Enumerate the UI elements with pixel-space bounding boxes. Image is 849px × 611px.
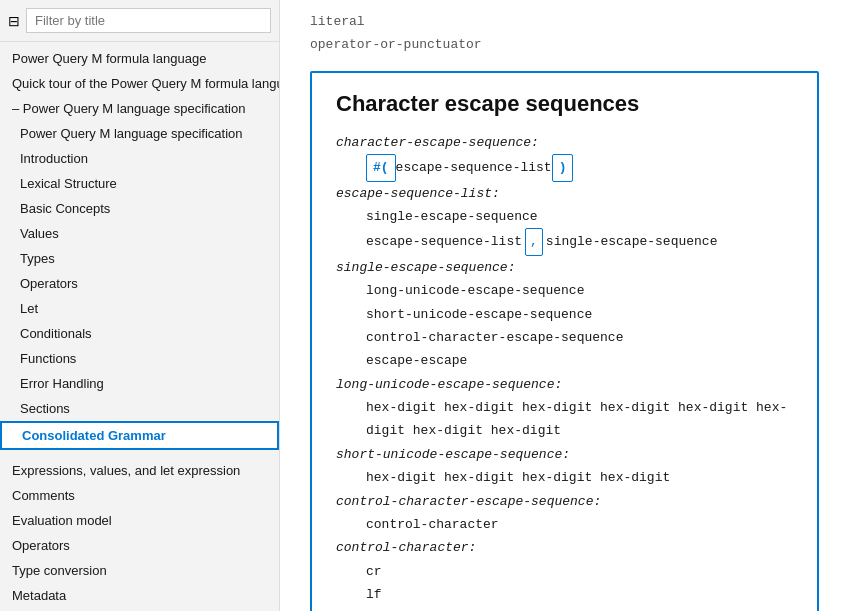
nav-item-introduction[interactable]: Introduction [0,146,279,171]
nav-item-pql-spec-header[interactable]: – Power Query M language specification [0,96,279,121]
grammar-line: control-character [336,513,793,536]
grammar-line: long-unicode-escape-sequence: [336,373,793,396]
sidebar: ⊟ Power Query M formula languageQuick to… [0,0,280,611]
grammar-line: cr [336,560,793,583]
filter-bar: ⊟ [0,0,279,42]
nav-item-types[interactable]: Types [0,246,279,271]
nav-item-metadata[interactable]: Metadata [0,583,279,608]
grammar-content: character-escape-sequence:#( escape-sequ… [336,131,793,611]
grammar-line: control-character-escape-sequence: [336,490,793,513]
grammar-line: control-character-escape-sequence [336,326,793,349]
grammar-line: long-unicode-escape-sequence [336,279,793,302]
nav-item-functions[interactable]: Functions [0,346,279,371]
grammar-line: short-unicode-escape-sequence [336,303,793,326]
above-line-2: operator-or-punctuator [310,33,819,56]
grammar-line: escape-escape [336,349,793,372]
nav-item-comments[interactable]: Comments [0,483,279,508]
main-content: literal operator-or-punctuator Character… [280,0,849,611]
nav-item-lexical-structure[interactable]: Lexical Structure [0,171,279,196]
grammar-line: escape-sequence-list,single-escape-seque… [336,228,793,255]
nav-list: Power Query M formula languageQuick tour… [0,42,279,611]
nav-item-pqm-lang-spec[interactable]: Power Query M language specification [0,121,279,146]
above-line-1: literal [310,10,819,33]
nav-item-error-handling[interactable]: Error Handling [0,371,279,396]
nav-item-basic-concepts[interactable]: Basic Concepts [0,196,279,221]
nav-item-quick-tour[interactable]: Quick tour of the Power Query M formula … [0,71,279,96]
grammar-line: single-escape-sequence: [336,256,793,279]
grammar-line: short-unicode-escape-sequence: [336,443,793,466]
grammar-line: #( escape-sequence-list ) [336,154,793,181]
grammar-line: hex-digit hex-digit hex-digit hex-digit … [336,396,793,443]
nav-item-values[interactable]: Values [0,221,279,246]
grammar-line: lf [336,583,793,606]
nav-item-let[interactable]: Let [0,296,279,321]
grammar-line: single-escape-sequence [336,205,793,228]
grammar-line: character-escape-sequence: [336,131,793,154]
character-escape-section: Character escape sequences character-esc… [310,71,819,611]
nav-item-pqm-formula[interactable]: Power Query M formula language [0,46,279,71]
nav-item-expressions-values[interactable]: Expressions, values, and let expression [0,458,279,483]
grammar-line: escape-sequence-list: [336,182,793,205]
nav-item-type-conversion[interactable]: Type conversion [0,558,279,583]
grammar-line: tab [336,607,793,611]
grammar-line: control-character: [336,536,793,559]
nav-item-evaluation-model[interactable]: Evaluation model [0,508,279,533]
above-lines: literal operator-or-punctuator [310,10,819,57]
grammar-line: hex-digit hex-digit hex-digit hex-digit [336,466,793,489]
nav-item-conditionals[interactable]: Conditionals [0,321,279,346]
section-title: Character escape sequences [336,91,793,117]
nav-item-sections[interactable]: Sections [0,396,279,421]
nav-item-operators[interactable]: Operators [0,271,279,296]
nav-item-consolidated-grammar[interactable]: Consolidated Grammar [0,421,279,450]
nav-item-operators2[interactable]: Operators [0,533,279,558]
filter-input[interactable] [26,8,271,33]
filter-icon: ⊟ [8,13,20,29]
